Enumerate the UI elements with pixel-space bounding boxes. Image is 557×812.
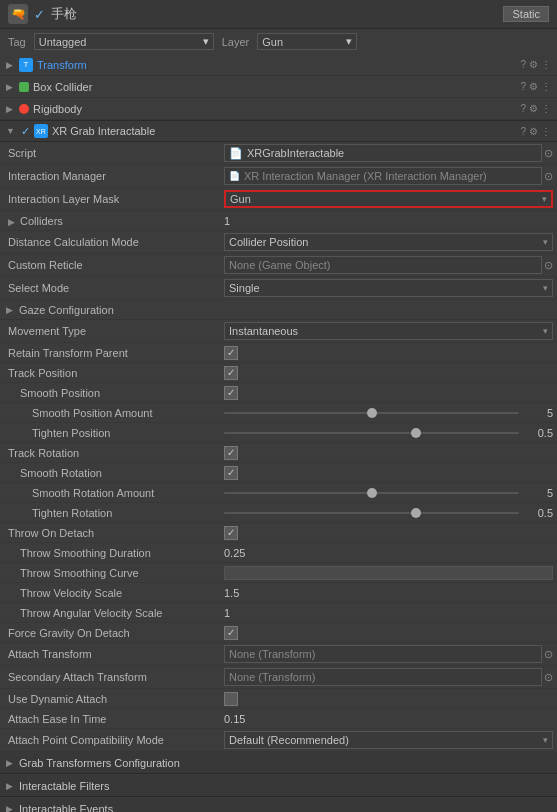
throw-angular-velocity-display: 1 <box>224 607 230 619</box>
smooth-rotation-checkbox[interactable] <box>224 466 238 480</box>
smooth-rotation-slider[interactable]: 5 <box>224 487 553 499</box>
box-collider-collapse[interactable]: ▶ <box>6 82 13 92</box>
attach-transform-value: None (Transform) ⊙ <box>220 644 557 664</box>
slider-thumb-tr[interactable] <box>411 508 421 518</box>
layer-dropdown[interactable]: Gun▾ <box>257 33 357 50</box>
script-value: 📄 XRGrabInteractable ⊙ <box>220 143 557 163</box>
interaction-manager-field[interactable]: 📄 XR Interaction Manager (XR Interaction… <box>224 167 542 185</box>
grab-transformers-label: Grab Transformers Configuration <box>19 757 180 769</box>
throw-smoothing-duration-row: Throw Smoothing Duration 0.25 <box>0 543 557 563</box>
menu-icon[interactable]: ⋮ <box>541 59 551 70</box>
interaction-layer-label: Interaction Layer Mask <box>0 193 220 205</box>
interaction-layer-dropdown[interactable]: Gun ▾ <box>224 190 553 208</box>
grab-transformers-collapse[interactable]: ▶ <box>6 758 13 768</box>
throw-smoothing-curve-label: Throw Smoothing Curve <box>0 567 220 579</box>
colliders-collapse[interactable]: ▶ <box>8 217 15 227</box>
active-checkbox[interactable]: ✓ <box>34 7 45 22</box>
force-gravity-checkbox[interactable] <box>224 626 238 640</box>
ref-icon-im: 📄 <box>229 171 240 181</box>
settings-icon[interactable]: ⚙ <box>529 59 538 70</box>
track-position-checkbox[interactable] <box>224 366 238 380</box>
help-icon-bc[interactable]: ? <box>520 81 526 92</box>
interactable-filters-collapse[interactable]: ▶ <box>6 781 13 791</box>
object-title[interactable]: 手枪 <box>51 5 497 23</box>
force-gravity-label: Force Gravity On Detach <box>0 627 220 639</box>
reticle-circle[interactable]: ⊙ <box>544 259 553 272</box>
menu-icon-xr[interactable]: ⋮ <box>541 126 551 137</box>
use-dynamic-attach-label: Use Dynamic Attach <box>0 693 220 705</box>
attach-ease-value: 0.15 <box>220 712 557 726</box>
track-rotation-checkbox[interactable] <box>224 446 238 460</box>
track-rotation-row: Track Rotation <box>0 443 557 463</box>
secondary-attach-field[interactable]: None (Transform) <box>224 668 542 686</box>
menu-icon-rb[interactable]: ⋮ <box>541 103 551 114</box>
attach-point-dropdown[interactable]: Default (Recommended) ▾ <box>224 731 553 749</box>
rigidbody-collapse[interactable]: ▶ <box>6 104 13 114</box>
smooth-position-checkbox[interactable] <box>224 386 238 400</box>
smooth-rotation-amount-value: 5 <box>220 486 557 500</box>
movement-type-dropdown[interactable]: Instantaneous ▾ <box>224 322 553 340</box>
tighten-position-slider[interactable]: 0.5 <box>224 427 553 439</box>
throw-on-detach-checkbox[interactable] <box>224 526 238 540</box>
gaze-collapse[interactable]: ▶ <box>6 305 13 315</box>
attach-transform-circle[interactable]: ⊙ <box>544 648 553 661</box>
slider-thumb-spa[interactable] <box>367 408 377 418</box>
retain-transform-value <box>220 345 557 361</box>
interactable-events-section[interactable]: ▶ Interactable Events <box>0 798 557 812</box>
interaction-manager-circle[interactable]: ⊙ <box>544 170 553 183</box>
gaze-config-label: Gaze Configuration <box>19 304 114 316</box>
help-icon-xr[interactable]: ? <box>520 126 526 137</box>
smooth-position-slider[interactable]: 5 <box>224 407 553 419</box>
use-dynamic-attach-checkbox[interactable] <box>224 692 238 706</box>
slider-track-tr <box>224 512 519 514</box>
track-rotation-label: Track Rotation <box>0 447 220 459</box>
smooth-rotation-amount-display: 5 <box>523 487 553 499</box>
secondary-attach-circle[interactable]: ⊙ <box>544 671 553 684</box>
tag-label: Tag <box>8 36 26 48</box>
slider-thumb-tp[interactable] <box>411 428 421 438</box>
slider-track-tp <box>224 432 519 434</box>
settings-icon-xr[interactable]: ⚙ <box>529 126 538 137</box>
select-mode-dropdown[interactable]: Single ▾ <box>224 279 553 297</box>
layer-label: Layer <box>222 36 250 48</box>
distance-calc-dropdown[interactable]: Collider Position ▾ <box>224 233 553 251</box>
xr-grab-label: XR Grab Interactable <box>52 125 517 137</box>
settings-icon-bc[interactable]: ⚙ <box>529 81 538 92</box>
throw-smoothing-curve-field[interactable] <box>224 566 553 580</box>
transform-collapse[interactable]: ▶ <box>6 60 13 70</box>
xr-check[interactable]: ✓ <box>21 125 30 138</box>
interactable-filters-section[interactable]: ▶ Interactable Filters <box>0 775 557 797</box>
menu-icon-bc[interactable]: ⋮ <box>541 81 551 92</box>
script-circle-btn[interactable]: ⊙ <box>544 147 553 160</box>
slider-thumb-sra[interactable] <box>367 488 377 498</box>
help-icon[interactable]: ? <box>520 59 526 70</box>
tag-dropdown[interactable]: Untagged▾ <box>34 33 214 50</box>
grab-transformers-section[interactable]: ▶ Grab Transformers Configuration <box>0 752 557 774</box>
attach-ease-row: Attach Ease In Time 0.15 <box>0 709 557 729</box>
interactable-events-collapse[interactable]: ▶ <box>6 804 13 813</box>
static-badge[interactable]: Static <box>503 6 549 22</box>
dropdown-caret: ▾ <box>542 194 547 204</box>
object-icon: 🔫 <box>8 4 28 24</box>
xr-grab-collapse[interactable]: ▼ <box>6 126 15 136</box>
colliders-count: 1 <box>220 214 557 228</box>
tighten-position-row: Tighten Position 0.5 <box>0 423 557 443</box>
tighten-position-value: 0.5 <box>220 426 557 440</box>
gaze-config-header[interactable]: ▶ Gaze Configuration <box>0 300 557 320</box>
throw-velocity-scale-display: 1.5 <box>224 587 239 599</box>
transform-icon: T <box>19 58 33 72</box>
interaction-manager-value: 📄 XR Interaction Manager (XR Interaction… <box>220 166 557 186</box>
throw-angular-velocity-label: Throw Angular Velocity Scale <box>0 607 220 619</box>
script-ref-field[interactable]: 📄 XRGrabInteractable <box>224 144 542 162</box>
settings-icon-rb[interactable]: ⚙ <box>529 103 538 114</box>
custom-reticle-field[interactable]: None (Game Object) <box>224 256 542 274</box>
track-position-label: Track Position <box>0 367 220 379</box>
retain-transform-checkbox[interactable] <box>224 346 238 360</box>
smooth-position-label: Smooth Position <box>0 387 220 399</box>
help-icon-rb[interactable]: ? <box>520 103 526 114</box>
secondary-attach-label: Secondary Attach Transform <box>0 671 220 683</box>
tighten-rotation-slider[interactable]: 0.5 <box>224 507 553 519</box>
attach-transform-field[interactable]: None (Transform) <box>224 645 542 663</box>
throw-angular-velocity-row: Throw Angular Velocity Scale 1 <box>0 603 557 623</box>
smooth-rotation-row: Smooth Rotation <box>0 463 557 483</box>
